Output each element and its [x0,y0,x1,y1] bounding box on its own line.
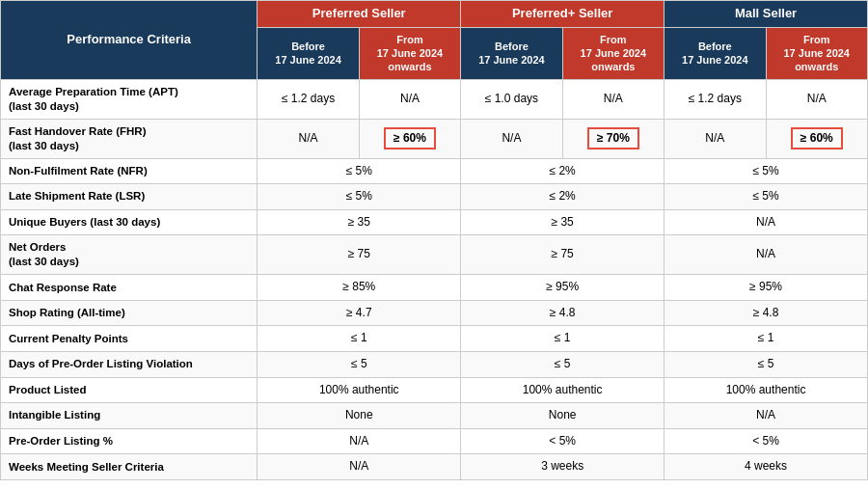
data-cell: ≥ 85% [258,275,461,301]
data-cell: N/A [359,79,460,119]
data-cell: ≥ 95% [461,275,665,301]
data-cell: < 5% [665,428,868,454]
data-cell: 100% authentic [258,377,461,403]
criteria-cell: Pre-Order Listing % [1,428,258,454]
criteria-cell: Current Penalty Points [1,326,258,352]
mall-before-header: Before17 June 2024 [665,27,766,79]
criteria-cell: Non-Fulfilment Rate (NFR) [1,158,258,184]
data-cell: N/A [665,119,766,158]
preferred-before-header: Before17 June 2024 [258,27,359,79]
data-cell: N/A [461,119,562,158]
criteria-cell: Unique Buyers (last 30 days) [1,209,258,235]
data-cell: ≤ 1.0 days [461,79,562,119]
highlight-value: ≥ 70% [587,127,639,150]
data-cell: ≤ 1 [461,326,665,352]
data-cell: ≥ 75 [461,235,665,275]
data-cell: ≥ 70% [562,119,664,158]
data-cell: ≥ 60% [359,119,460,158]
data-cell: ≤ 1.2 days [665,79,766,119]
criteria-cell: Net Orders(last 30 days) [1,235,258,275]
mall-seller-header: Mall Seller [665,1,868,28]
data-cell: ≥ 95% [665,275,868,301]
criteria-cell: Late Shipment Rate (LSR) [1,184,258,210]
highlight-value: ≥ 60% [384,127,436,150]
data-cell: N/A [665,235,868,275]
data-cell: N/A [665,403,868,429]
criteria-cell: Shop Rating (All-time) [1,300,258,326]
data-cell: ≥ 60% [766,119,867,158]
criteria-cell: Intangible Listing [1,403,258,429]
data-cell: ≤ 5 [258,351,461,377]
data-cell: 3 weeks [461,454,665,480]
data-cell: ≤ 5% [258,184,461,210]
data-cell: ≤ 5% [665,184,868,210]
preferred-plus-from-header: From17 June 2024onwards [562,27,664,79]
criteria-header: Performance Criteria [1,1,258,80]
highlight-value: ≥ 60% [791,127,843,150]
data-cell: None [461,403,665,429]
data-cell: < 5% [461,428,665,454]
data-cell: N/A [665,209,868,235]
preferred-from-header: From17 June 2024onwards [359,27,460,79]
data-cell: ≥ 35 [258,209,461,235]
data-cell: 100% authentic [665,377,868,403]
data-cell: N/A [258,454,461,480]
preferred-plus-seller-header: Preferred+ Seller [461,1,665,28]
data-cell: ≤ 5% [258,158,461,184]
criteria-cell: Weeks Meeting Seller Criteria [1,454,258,480]
criteria-cell: Fast Handover Rate (FHR)(last 30 days) [1,119,258,158]
data-cell: ≤ 1 [665,326,868,352]
data-cell: 4 weeks [665,454,868,480]
data-cell: ≤ 5 [665,351,868,377]
data-cell: ≤ 2% [461,184,665,210]
data-cell: None [258,403,461,429]
data-cell: ≥ 75 [258,235,461,275]
criteria-cell: Product Listed [1,377,258,403]
criteria-cell: Average Preparation Time (APT)(last 30 d… [1,79,258,119]
data-cell: ≤ 5 [461,351,665,377]
criteria-cell: Chat Response Rate [1,275,258,301]
data-cell: N/A [562,79,664,119]
data-cell: N/A [766,79,867,119]
criteria-cell: Days of Pre-Order Listing Violation [1,351,258,377]
data-cell: ≤ 2% [461,158,665,184]
data-cell: ≤ 1 [258,326,461,352]
data-cell: ≤ 5% [665,158,868,184]
performance-criteria-table: Performance Criteria Preferred Seller Pr… [0,0,868,480]
data-cell: ≥ 4.8 [461,300,665,326]
data-cell: ≥ 4.8 [665,300,868,326]
data-cell: N/A [258,428,461,454]
data-cell: ≥ 35 [461,209,665,235]
data-cell: ≥ 4.7 [258,300,461,326]
data-cell: 100% authentic [461,377,665,403]
mall-from-header: From17 June 2024onwards [766,27,867,79]
preferred-plus-before-header: Before17 June 2024 [461,27,562,79]
preferred-seller-header: Preferred Seller [258,1,461,28]
data-cell: ≤ 1.2 days [258,79,359,119]
data-cell: N/A [258,119,359,158]
